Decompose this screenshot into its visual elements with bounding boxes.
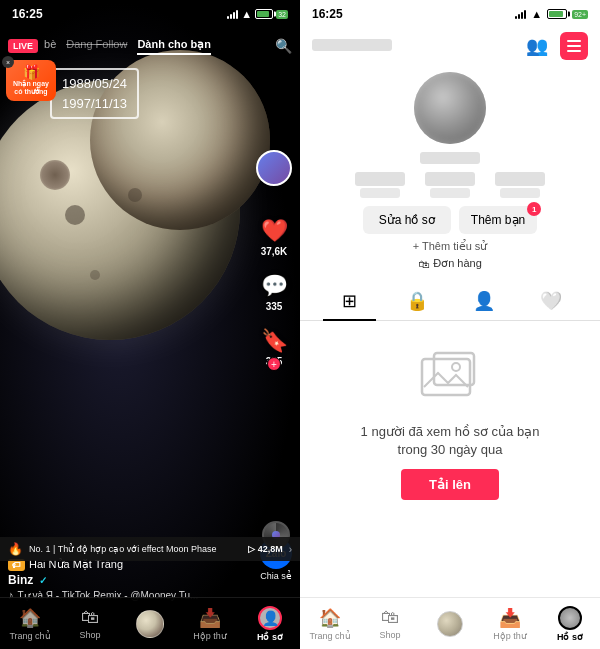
- upload-button[interactable]: Tải lên: [401, 469, 499, 500]
- like-button[interactable]: ❤️ 37,6K: [261, 218, 288, 257]
- stat-followers: [425, 172, 475, 198]
- nav-home-left[interactable]: 🏠 Trang chủ: [8, 607, 52, 641]
- add-bio-link[interactable]: + Thêm tiểu sử: [413, 240, 488, 253]
- username-placeholder: [312, 37, 514, 55]
- lock-icon: 🛍: [418, 258, 429, 270]
- battery-badge-left: 32: [276, 10, 288, 19]
- people-icon[interactable]: 👥: [526, 35, 548, 57]
- nav-inbox-label: Hộp thư: [193, 631, 227, 641]
- bottom-nav-right: 🏠 Trang chủ 🛍 Shop 📥 Hộp thư Hồ sơ: [300, 597, 600, 649]
- nav-profile-left[interactable]: 👤 Hồ sơ: [248, 606, 292, 642]
- promo-bar-text: No. 1 | Thử độ hợp cạo với effect Moon P…: [29, 544, 242, 554]
- verified-icon: ✓: [39, 575, 47, 586]
- profile-nav-right-icon: [558, 606, 582, 630]
- profile-info-section: Sửa hồ sơ Thêm bạn 1 + Thêm tiểu sử 🛍 Đơ…: [300, 64, 600, 282]
- orders-row[interactable]: 🛍 Đơn hàng: [418, 257, 482, 270]
- wifi-icon-right: ▲: [531, 8, 542, 20]
- stat-following: [355, 172, 405, 198]
- date-2: 1997/11/13: [62, 94, 127, 114]
- left-panel: 16:25 ▲ 32 LIVE bè Đang Follow Dành cho …: [0, 0, 300, 649]
- nav-shop-right[interactable]: 🛍 Shop: [368, 607, 412, 640]
- empty-image-icon: [420, 351, 480, 413]
- tab-private[interactable]: 🔒: [383, 282, 450, 320]
- tab-following[interactable]: Đang Follow: [66, 38, 127, 55]
- comment-button[interactable]: 💬 335: [261, 273, 288, 312]
- nav-inbox-right[interactable]: 📥 Hộp thư: [488, 607, 532, 641]
- promo-text: Nhận ngaycó thưởng: [12, 80, 50, 97]
- nav-home-right[interactable]: 🏠 Trang chủ: [308, 607, 352, 641]
- action-sidebar: + ❤️ 37,6K 💬 335 🔖 325: [256, 150, 292, 367]
- nav-profile-right[interactable]: Hồ sơ: [548, 606, 592, 642]
- zalo-label: Chia sẻ: [260, 571, 292, 581]
- inbox-icon: 📥: [199, 607, 221, 629]
- search-icon[interactable]: 🔍: [275, 38, 292, 54]
- username-stats-row: [420, 152, 480, 164]
- menu-button[interactable]: [560, 32, 588, 60]
- author-name: Binz ✓: [8, 573, 230, 587]
- nav-shop-left[interactable]: 🛍 Shop: [68, 607, 112, 640]
- home-icon: 🏠: [19, 607, 41, 629]
- edit-profile-button[interactable]: Sửa hồ sơ: [363, 206, 451, 234]
- signal-icon-right: [515, 9, 526, 19]
- video-info: 🏷 Hai Nửa Mặt Trăng Binz ✓ ♪ Тự và Я - T…: [8, 558, 230, 601]
- status-icons-left: ▲ 32: [227, 8, 288, 20]
- tab-be[interactable]: bè: [44, 38, 56, 55]
- time-left: 16:25: [12, 7, 43, 21]
- following-count: [355, 172, 405, 186]
- nav-home-right-label: Trang chủ: [309, 631, 350, 641]
- bottom-nav-left: 🏠 Trang chủ 🛍 Shop 📥 Hộp thư 👤 Hồ sơ: [0, 597, 300, 649]
- followers-label: [430, 188, 470, 198]
- moon-image: [0, 80, 260, 360]
- friend-notification-badge: 1: [527, 202, 541, 216]
- tab-grid[interactable]: ⊞: [316, 282, 383, 320]
- wifi-icon: ▲: [241, 8, 252, 20]
- moon-nav-right-icon: [437, 611, 463, 637]
- followers-count: [425, 172, 475, 186]
- empty-state-container: 1 người đã xem hồ sơ của bạntrong 30 ngà…: [300, 321, 600, 520]
- promo-bottom-bar[interactable]: 🔥 No. 1 | Thử độ hợp cạo với effect Moon…: [0, 537, 300, 561]
- promo-close-icon[interactable]: ×: [2, 56, 14, 68]
- person-icon: 👤: [262, 610, 279, 626]
- grid-icon: ⊞: [342, 290, 357, 312]
- battery-icon-left: [255, 9, 273, 19]
- empty-state-text: 1 người đã xem hồ sơ của bạntrong 30 ngà…: [361, 423, 540, 459]
- menu-icon: [567, 40, 581, 42]
- tab-for-you[interactable]: Dành cho bạn: [137, 38, 211, 55]
- nav-inbox-right-label: Hộp thư: [493, 631, 527, 641]
- nav-moon-left[interactable]: [128, 610, 172, 638]
- promo-view-count: ▷ 42,8M: [248, 544, 283, 554]
- author-avatar[interactable]: +: [256, 150, 292, 186]
- profile-header: 👥: [300, 28, 600, 64]
- lock-tab-icon: 🔒: [406, 290, 428, 312]
- promo-badge[interactable]: × 🎁 Nhận ngaycó thưởng: [6, 60, 56, 101]
- home-icon-right: 🏠: [319, 607, 341, 629]
- profile-action-buttons: Sửa hồ sơ Thêm bạn 1: [363, 206, 537, 234]
- chevron-right-icon: ›: [289, 544, 292, 555]
- menu-icon-2: [567, 45, 581, 47]
- heart-tab-icon: 🤍: [540, 290, 562, 312]
- follow-icon: +: [267, 357, 281, 371]
- profile-nav-icon: 👤: [258, 606, 282, 630]
- orders-label: Đơn hàng: [433, 257, 482, 270]
- inbox-icon-right: 📥: [499, 607, 521, 629]
- live-badge[interactable]: LIVE: [8, 39, 38, 53]
- date-overlay: 1988/05/24 1997/11/13: [50, 68, 139, 119]
- nav-inbox-left[interactable]: 📥 Hộp thư: [188, 607, 232, 641]
- date-1: 1988/05/24: [62, 74, 127, 94]
- svg-point-2: [452, 363, 460, 371]
- add-friend-button[interactable]: Thêm bạn 1: [459, 206, 537, 234]
- avatar: [256, 150, 292, 186]
- status-bar-right: 16:25 ▲ 92+: [300, 0, 600, 28]
- tab-liked[interactable]: 🤍: [517, 282, 584, 320]
- nav-moon-right[interactable]: [428, 611, 472, 637]
- status-bar-left: 16:25 ▲ 32: [0, 0, 300, 28]
- right-panel: 16:25 ▲ 92+ 👥: [300, 0, 600, 649]
- nav-shop-right-label: Shop: [379, 630, 400, 640]
- battery-icon-right: [547, 9, 567, 19]
- tab-tagged[interactable]: 👤: [450, 282, 517, 320]
- likes-label: [500, 188, 540, 198]
- nav-profile-label: Hồ sơ: [257, 632, 283, 642]
- moon-nav-icon: [136, 610, 164, 638]
- nav-home-label: Trang chủ: [9, 631, 50, 641]
- svg-rect-0: [422, 359, 470, 395]
